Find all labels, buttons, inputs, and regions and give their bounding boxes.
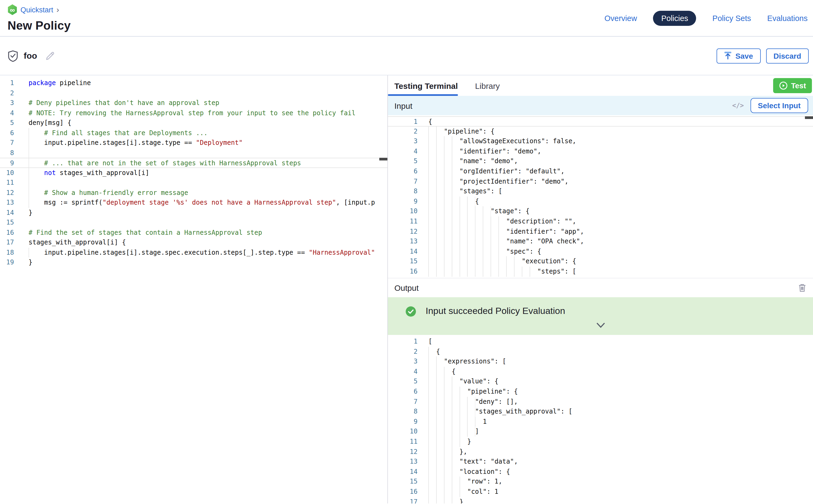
policy-code-editor[interactable]: 1package pipeline23# Deny pipelines that… <box>0 75 387 503</box>
breadcrumb-quickstart-link[interactable]: Quickstart <box>20 6 53 14</box>
code-line: 16"steps": [ <box>388 267 813 277</box>
line-number: 8 <box>388 186 418 196</box>
line-number: 2 <box>388 126 418 136</box>
line-number: 10 <box>388 207 418 216</box>
chevron-down-icon[interactable] <box>595 321 606 331</box>
code-line: 3"allowStageExecutions": false, <box>388 136 813 146</box>
code-line: 11"description": "", <box>388 216 813 226</box>
output-title: Output <box>394 283 419 292</box>
line-number: 4 <box>388 146 418 156</box>
line-content: "pipeline": { <box>428 387 518 397</box>
line-number: 16 <box>388 267 418 277</box>
code-line: 8"stages": [ <box>388 186 813 196</box>
line-content: "pipeline": { <box>428 126 495 136</box>
code-line: 17stages_with_approval[i] { <box>0 237 387 247</box>
line-content: "stages": [ <box>428 186 503 196</box>
line-content: "name": "demo", <box>428 156 518 166</box>
line-number: 3 <box>0 98 14 108</box>
line-number: 6 <box>388 166 418 176</box>
code-line: 16# Find the set of stages that contain … <box>0 227 387 237</box>
line-number: 6 <box>388 387 418 397</box>
output-json-editor[interactable]: 1[2{3"expressions": [4{5"value": {6"pipe… <box>388 335 813 503</box>
nav-tab-policies[interactable]: Policies <box>653 11 696 26</box>
code-line: 5deny[msg] { <box>0 118 387 128</box>
line-content: # Find all stages that are Deployments .… <box>29 128 208 138</box>
code-line: 4# NOTE: Try removing the HarnessApprova… <box>0 108 387 118</box>
shield-check-icon <box>8 50 18 62</box>
line-content: "name": "OPA check", <box>428 236 584 246</box>
line-content: "steps": [ <box>428 267 576 277</box>
line-number: 12 <box>388 447 418 457</box>
chevron-right-icon: › <box>57 5 59 13</box>
line-number: 10 <box>388 427 418 437</box>
banner-message: Input succeeded Policy Evaluation <box>426 306 565 317</box>
page-header: ∞ Quickstart › New Policy OverviewPolici… <box>0 0 813 37</box>
line-content: # NOTE: Try removing the HarnessApproval… <box>29 108 355 118</box>
code-line: 4"identifier": "demo", <box>388 146 813 156</box>
line-number: 2 <box>388 347 418 356</box>
nav-tab-policy-sets[interactable]: Policy Sets <box>713 14 751 22</box>
code-line: 1package pipeline <box>0 78 387 88</box>
code-line: 11 <box>0 178 387 188</box>
line-content: "orgIdentifier": "default", <box>428 166 565 176</box>
line-content: stages_with_approval[i] { <box>29 237 126 247</box>
line-number: 19 <box>0 257 14 267</box>
input-section-header: Input </> Select Input <box>388 96 813 115</box>
line-number: 4 <box>388 367 418 377</box>
line-number: 3 <box>388 136 418 146</box>
code-line: 12# Show a human-friendly error message <box>0 188 387 198</box>
code-brackets-icon[interactable]: </> <box>732 102 744 109</box>
code-line: 18input.pipeline.stages[i].stage.spec.ex… <box>0 247 387 257</box>
tab-library[interactable]: Library <box>475 81 500 90</box>
select-input-button[interactable]: Select Input <box>750 98 808 113</box>
code-line: 14} <box>0 208 387 218</box>
line-number: 1 <box>388 337 418 347</box>
discard-button[interactable]: Discard <box>766 48 809 63</box>
line-content: "identifier": "demo", <box>428 146 541 156</box>
policy-toolbar: foo Save Discard <box>0 37 813 75</box>
code-line: 13msg := sprintf("deployment stage '%s' … <box>0 198 387 208</box>
code-line: 7"projectIdentifier": "demo", <box>388 176 813 186</box>
line-content: "row": 1, <box>428 477 503 487</box>
upload-icon <box>724 52 732 60</box>
breadcrumb: ∞ Quickstart › <box>8 4 71 15</box>
line-content: "identifier": "app", <box>428 226 584 236</box>
edit-pencil-icon[interactable] <box>45 50 55 61</box>
line-number: 7 <box>388 397 418 407</box>
line-content: # ... that are not in the set of stages … <box>29 158 301 167</box>
active-tab-underline <box>388 94 458 96</box>
line-number: 8 <box>0 148 14 158</box>
line-number: 11 <box>388 437 418 447</box>
code-line: 12}, <box>388 447 813 457</box>
line-number: 11 <box>0 178 14 188</box>
line-number: 18 <box>0 247 14 257</box>
nav-tab-evaluations[interactable]: Evaluations <box>767 14 808 22</box>
code-line: 8"stages_with_approval": [ <box>388 407 813 417</box>
line-number: 16 <box>0 227 14 237</box>
line-content: { <box>428 367 456 377</box>
line-content: # Deny pipelines that don't have an appr… <box>29 98 219 108</box>
line-number: 1 <box>0 78 14 88</box>
line-number: 9 <box>388 197 418 207</box>
line-content: } <box>29 208 32 218</box>
save-button[interactable]: Save <box>717 48 760 63</box>
policy-name: foo <box>24 51 37 61</box>
code-line: 10"stage": { <box>388 207 813 216</box>
line-number: 7 <box>388 176 418 186</box>
code-line: 17} <box>388 497 813 503</box>
line-content: "value": { <box>428 377 498 387</box>
line-number: 16 <box>388 487 418 497</box>
code-line: 8 <box>0 148 387 158</box>
code-line: 2 <box>0 88 387 98</box>
trash-icon[interactable] <box>798 283 807 292</box>
code-line: 5"value": { <box>388 377 813 387</box>
nav-tab-overview[interactable]: Overview <box>605 14 637 22</box>
test-button[interactable]: Test <box>773 78 812 93</box>
tab-testing-terminal[interactable]: Testing Terminal <box>394 81 458 90</box>
input-title: Input <box>394 101 413 110</box>
line-content: input.pipeline.stages[i].stage.spec.exec… <box>29 247 375 257</box>
line-content: "text": "data", <box>428 457 518 467</box>
line-number: 6 <box>0 128 14 138</box>
line-number: 5 <box>388 377 418 387</box>
input-json-editor[interactable]: 1{2"pipeline": {3"allowStageExecutions":… <box>388 115 813 278</box>
